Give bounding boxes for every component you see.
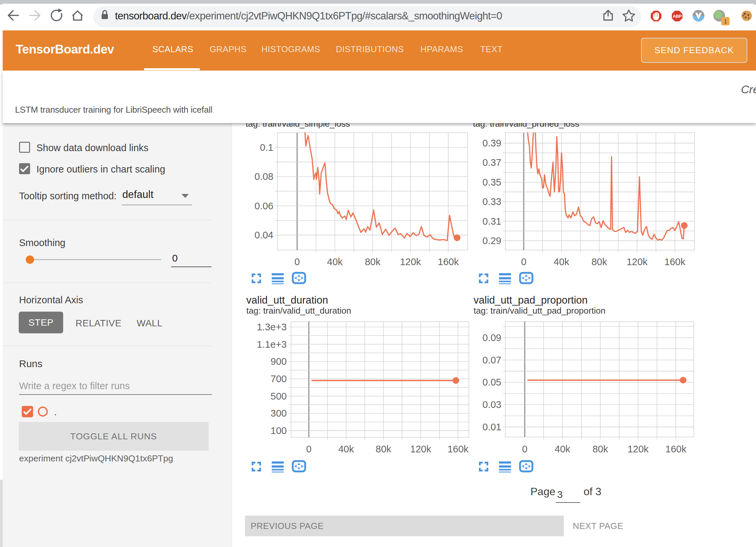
svg-text:120k: 120k bbox=[400, 256, 421, 267]
svg-text:300: 300 bbox=[271, 408, 287, 419]
svg-text:0.31: 0.31 bbox=[483, 216, 501, 227]
svg-text:0: 0 bbox=[306, 444, 311, 454]
svg-text:0.39: 0.39 bbox=[483, 138, 501, 148]
svg-text:0: 0 bbox=[294, 256, 300, 267]
svg-text:tag: train/valid_utt_duration: tag: train/valid_utt_duration bbox=[246, 306, 351, 316]
svg-text:120k: 120k bbox=[627, 256, 648, 267]
svg-text:900: 900 bbox=[271, 356, 287, 367]
svg-text:0.29: 0.29 bbox=[483, 235, 501, 246]
svg-text:40k: 40k bbox=[555, 444, 571, 454]
svg-text:40k: 40k bbox=[554, 256, 570, 267]
svg-text:0.37: 0.37 bbox=[483, 157, 501, 168]
svg-text:valid_utt_pad_proportion: valid_utt_pad_proportion bbox=[474, 294, 588, 306]
svg-text:160k: 160k bbox=[448, 444, 469, 454]
svg-text:0.08: 0.08 bbox=[255, 171, 273, 182]
svg-text:0.35: 0.35 bbox=[483, 177, 501, 188]
svg-text:0: 0 bbox=[521, 256, 526, 267]
svg-text:0.05: 0.05 bbox=[483, 377, 501, 388]
svg-text:80k: 80k bbox=[593, 444, 608, 454]
svg-text:80k: 80k bbox=[376, 444, 391, 454]
svg-text:1.1e+3: 1.1e+3 bbox=[257, 339, 287, 350]
svg-text:40k: 40k bbox=[327, 256, 343, 267]
svg-text:0.03: 0.03 bbox=[483, 399, 501, 410]
svg-text:160k: 160k bbox=[664, 256, 685, 267]
svg-text:80k: 80k bbox=[592, 256, 607, 267]
svg-text:0.07: 0.07 bbox=[483, 355, 501, 365]
svg-text:100: 100 bbox=[271, 425, 287, 436]
svg-text:valid_utt_duration: valid_utt_duration bbox=[246, 294, 328, 306]
svg-text:1.3e+3: 1.3e+3 bbox=[257, 322, 287, 332]
svg-text:tag: train/valid_utt_pad_propo: tag: train/valid_utt_pad_proportion bbox=[474, 306, 606, 316]
svg-text:0.01: 0.01 bbox=[483, 422, 501, 432]
svg-text:0.33: 0.33 bbox=[483, 196, 501, 207]
svg-text:160k: 160k bbox=[665, 444, 686, 454]
svg-text:120k: 120k bbox=[410, 444, 431, 454]
svg-text:160k: 160k bbox=[438, 256, 459, 267]
svg-text:0.06: 0.06 bbox=[255, 201, 273, 211]
svg-text:700: 700 bbox=[271, 373, 287, 384]
svg-text:80k: 80k bbox=[365, 256, 381, 267]
svg-text:0: 0 bbox=[522, 444, 527, 454]
svg-text:0.04: 0.04 bbox=[255, 230, 273, 240]
svg-text:ABP: ABP bbox=[672, 14, 681, 19]
svg-text:1: 1 bbox=[724, 19, 727, 24]
svg-text:40k: 40k bbox=[338, 444, 354, 454]
svg-text:120k: 120k bbox=[628, 444, 649, 454]
svg-text:0.09: 0.09 bbox=[483, 332, 501, 343]
svg-text:0.1: 0.1 bbox=[260, 142, 273, 153]
svg-text:500: 500 bbox=[271, 391, 287, 402]
